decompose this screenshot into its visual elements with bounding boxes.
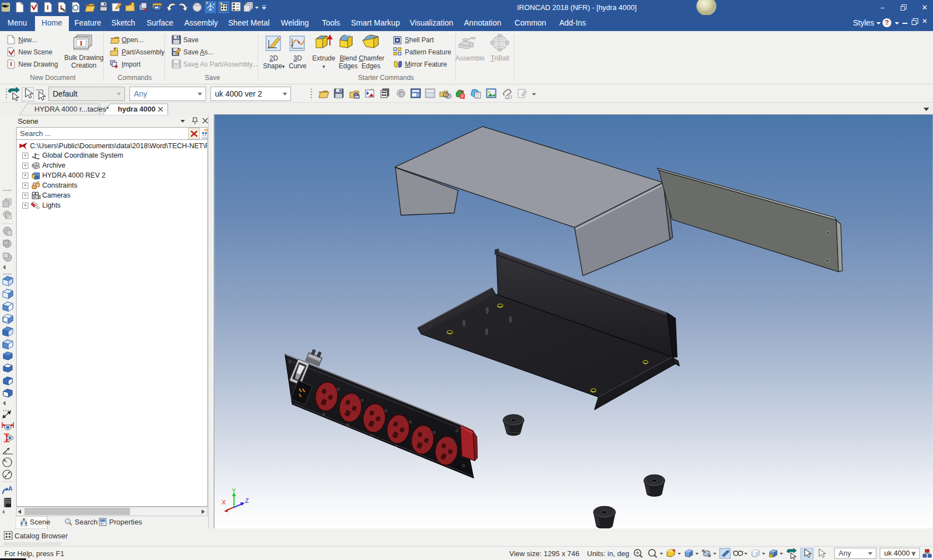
svg-text:A: A: [8, 486, 12, 492]
svg-text:I: I: [80, 39, 83, 47]
svg-text:X: X: [222, 499, 226, 506]
svg-text:Z: Z: [245, 497, 249, 504]
svg-text:I: I: [10, 61, 12, 67]
svg-text:I: I: [47, 4, 49, 11]
svg-text:?: ?: [885, 19, 889, 27]
svg-text:Y: Y: [232, 487, 236, 494]
